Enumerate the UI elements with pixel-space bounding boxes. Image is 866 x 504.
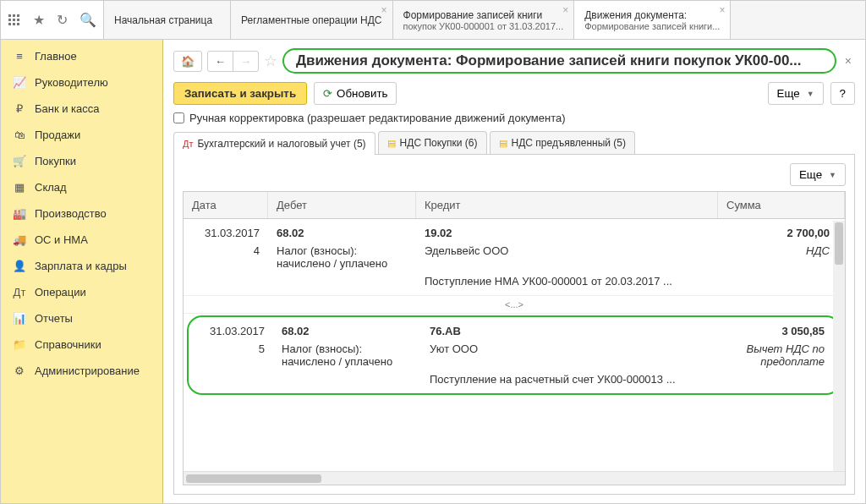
register-icon: ▤	[387, 138, 396, 149]
inner-tab-vat-presented[interactable]: ▤НДС предъявленный (5)	[490, 131, 635, 154]
table-row[interactable]: 31.03.2017 68.02 76.АВ 3 050,85 5 Налог …	[187, 315, 841, 395]
cell-debit-account: 68.02	[268, 226, 416, 240]
help-button[interactable]: ?	[830, 82, 855, 105]
svg-rect-2	[17, 14, 19, 17]
inner-tab-label: Бухгалтерский и налоговый учет (5)	[198, 138, 366, 150]
tab-label: Регламентные операции НДС	[241, 14, 382, 26]
cell-credit-account: 76.АВ	[421, 324, 713, 338]
dtk-icon: Дт	[183, 139, 194, 149]
svg-rect-8	[17, 23, 19, 25]
factory-icon: 🏭	[13, 207, 26, 220]
cell-rownum: 4	[184, 244, 268, 271]
sidebar-item-label: Руководителю	[35, 76, 108, 89]
col-header-debit[interactable]: Дебет	[268, 192, 416, 218]
close-icon[interactable]: ×	[562, 4, 568, 16]
sidebar-item-references[interactable]: 📁Справочники	[1, 331, 162, 358]
refresh-button[interactable]: ⟳Обновить	[314, 82, 397, 105]
bag-icon: 🛍	[13, 129, 26, 141]
truck-icon: 🚚	[13, 233, 26, 246]
vertical-scrollbar[interactable]	[833, 221, 845, 471]
save-close-button[interactable]: Записать и закрыть	[173, 82, 307, 105]
manual-correction-checkbox[interactable]	[173, 112, 184, 123]
cell-credit-account: 19.02	[416, 226, 718, 240]
report-icon: 📊	[13, 312, 26, 325]
dtk-icon: Дт	[13, 286, 26, 299]
row-ellipsis: <...>	[184, 296, 845, 314]
sidebar-item-production[interactable]: 🏭Производство	[1, 200, 162, 227]
tab-home[interactable]: Начальная страница	[104, 1, 231, 39]
apps-icon[interactable]	[8, 14, 21, 27]
inner-tab-accounting[interactable]: ДтБухгалтерский и налоговый учет (5)	[173, 132, 375, 155]
folder-icon: 📁	[13, 338, 26, 351]
table-row[interactable]: 31.03.2017 68.02 19.02 2 700,00 4 Налог …	[184, 219, 845, 296]
favorite-star-icon[interactable]: ☆	[264, 52, 277, 70]
inner-tab-vat-purchases[interactable]: ▤НДС Покупки (6)	[378, 131, 487, 154]
col-header-sum[interactable]: Сумма	[718, 192, 845, 218]
tab-label: Формирование записей книги	[403, 9, 564, 21]
sidebar-item-admin[interactable]: ⚙Администрирование	[1, 358, 162, 384]
sidebar-item-main[interactable]: ≡Главное	[1, 43, 162, 69]
svg-rect-4	[13, 19, 15, 21]
menu-icon: ≡	[13, 50, 26, 63]
sidebar-item-label: Зарплата и кадры	[35, 260, 127, 272]
close-icon[interactable]: ×	[719, 4, 725, 16]
svg-rect-3	[8, 19, 11, 21]
sidebar-item-assets[interactable]: 🚚ОС и НМА	[1, 227, 162, 253]
tab-vat-operations[interactable]: Регламентные операции НДС ×	[231, 1, 393, 39]
sidebar-item-operations[interactable]: ДтОперации	[1, 279, 162, 305]
sidebar-item-warehouse[interactable]: ▦Склад	[1, 174, 162, 200]
history-icon[interactable]: ↻	[57, 12, 68, 28]
tab-sublabel: Формирование записей книги...	[584, 21, 720, 31]
tab-label: Начальная страница	[114, 14, 220, 26]
refresh-icon: ⟳	[323, 87, 332, 100]
tab-document-movements[interactable]: Движения документа: Формирование записей…	[574, 1, 731, 39]
tab-label: Движения документа:	[584, 9, 720, 21]
star-icon[interactable]: ★	[33, 12, 45, 28]
accounting-grid: Дата Дебет Кредит Сумма 31.03.2017 68.02…	[183, 191, 846, 485]
sidebar-item-manager[interactable]: 📈Руководителю	[1, 69, 162, 96]
sidebar-item-label: Продажи	[35, 129, 80, 141]
sidebar: ≡Главное 📈Руководителю ₽Банк и касса 🛍Пр…	[1, 40, 163, 503]
forward-button: →	[233, 52, 258, 71]
sidebar-item-bank[interactable]: ₽Банк и касса	[1, 96, 162, 122]
refresh-label: Обновить	[337, 87, 387, 100]
col-header-credit[interactable]: Кредит	[416, 192, 718, 218]
col-header-date[interactable]: Дата	[184, 192, 268, 218]
close-icon[interactable]: ×	[841, 54, 855, 68]
home-button[interactable]: 🏠	[173, 51, 202, 72]
sidebar-item-label: Производство	[35, 207, 107, 220]
search-icon[interactable]: 🔍	[79, 12, 96, 28]
chart-icon: 📈	[13, 76, 26, 89]
sidebar-item-label: ОС и НМА	[35, 233, 88, 246]
sidebar-item-purchases[interactable]: 🛒Покупки	[1, 148, 162, 174]
svg-rect-7	[13, 23, 15, 25]
cell-credit-doc: Поступление НМА УК00-000001 от 20.03.201…	[416, 274, 718, 288]
page-title: Движения документа: Формирование записей…	[282, 48, 836, 74]
sidebar-item-label: Склад	[35, 181, 67, 194]
gear-icon: ⚙	[13, 364, 26, 377]
svg-rect-1	[13, 14, 15, 17]
sidebar-item-label: Операции	[35, 286, 86, 299]
chevron-down-icon: ▼	[829, 171, 836, 179]
ruble-icon: ₽	[13, 102, 26, 115]
nav-buttons: ← →	[207, 51, 259, 72]
back-button[interactable]: ←	[208, 52, 233, 71]
sidebar-item-reports[interactable]: 📊Отчеты	[1, 305, 162, 331]
close-icon[interactable]: ×	[381, 4, 387, 16]
cell-sum: 2 700,00	[718, 226, 845, 240]
grid-more-button[interactable]: Еще▼	[790, 163, 846, 186]
sidebar-item-label: Покупки	[35, 155, 76, 167]
cell-rownum: 5	[189, 342, 273, 369]
grid-icon: ▦	[13, 181, 26, 194]
sidebar-item-salary[interactable]: 👤Зарплата и кадры	[1, 253, 162, 279]
inner-tab-label: НДС Покупки (6)	[400, 137, 478, 149]
sidebar-item-sales[interactable]: 🛍Продажи	[1, 122, 162, 148]
cell-credit-doc: Поступление на расчетный счет УК00-00001…	[421, 372, 713, 386]
horizontal-scrollbar[interactable]	[184, 471, 845, 485]
cell-sum-note: Вычет НДС по предоплате	[713, 342, 840, 369]
cell-date: 31.03.2017	[184, 226, 268, 240]
more-button[interactable]: Еще▼	[768, 82, 824, 105]
tab-purchase-book[interactable]: Формирование записей книги покупок УК00-…	[393, 1, 575, 39]
cell-sum-note: НДС	[718, 244, 845, 271]
sidebar-item-label: Справочники	[35, 338, 101, 351]
